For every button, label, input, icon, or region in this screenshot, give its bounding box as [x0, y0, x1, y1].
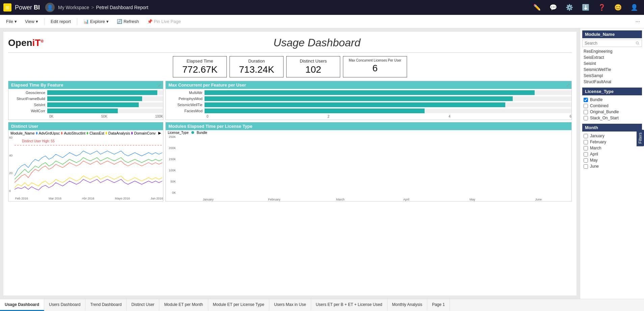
- max-concurrent-body: MultiAttr PetrophysMod Sei: [166, 89, 571, 120]
- original-bundle-checkbox[interactable]: [584, 110, 588, 114]
- pin-btn[interactable]: 📌Pin Live Page: [145, 18, 183, 25]
- smiley-icon[interactable]: 😊: [612, 2, 624, 13]
- module-seismicwelltie[interactable]: SeismicWellTie: [582, 67, 642, 73]
- tabs-row: Usage Dashboard Users Dashboard Trend Da…: [0, 299, 644, 311]
- elapsed-time-title: Elapsed Time By Feature: [8, 81, 163, 89]
- month-title: Month: [582, 124, 642, 131]
- help-icon[interactable]: ❓: [595, 2, 608, 13]
- module-seisextract[interactable]: SeisExtract: [582, 54, 642, 61]
- january-label: January: [590, 134, 605, 138]
- march-checkbox[interactable]: [584, 146, 588, 150]
- legend-dot-advgrd: [36, 132, 37, 135]
- tab-usage-dashboard[interactable]: Usage Dashboard: [0, 299, 44, 311]
- view-menu[interactable]: View ▾: [23, 18, 40, 25]
- month-may[interactable]: May: [582, 157, 642, 163]
- y-axis-labels: 60 40 20 0: [9, 136, 12, 193]
- month-march[interactable]: March: [582, 145, 642, 151]
- axis-50k: 50K: [101, 115, 107, 118]
- download-icon[interactable]: ⬇️: [579, 2, 592, 13]
- license-type-filter: License_Type Bundle Combined Original_Bu…: [582, 88, 642, 121]
- bundle-checkbox[interactable]: [584, 98, 588, 102]
- elapsed-time-chart: Elapsed Time By Feature Geoscience Struc…: [8, 81, 163, 120]
- y-50k: 50K: [166, 180, 176, 183]
- bar-fill-multiattr: [205, 90, 535, 95]
- tab-users-et[interactable]: Users ET per B + ET + License Used: [311, 299, 387, 311]
- expand-icon-elapsed[interactable]: ⤢: [158, 82, 162, 88]
- license-combined[interactable]: Combined: [582, 103, 642, 109]
- module-seisint[interactable]: SeisInt: [582, 61, 642, 67]
- filters-tab[interactable]: Filters: [637, 130, 644, 146]
- tab-users-dashboard[interactable]: Users Dashboard: [44, 299, 85, 311]
- stack-on-start-checkbox[interactable]: [584, 116, 588, 120]
- bundle-dot: [191, 131, 194, 134]
- y-40: 40: [9, 154, 12, 157]
- profile-icon[interactable]: 👤: [628, 2, 641, 13]
- tab-monthly-analysis[interactable]: Monthly Analysis: [387, 299, 427, 311]
- bar-track-petrophys: [205, 96, 571, 101]
- more-options-btn[interactable]: ···: [636, 19, 640, 25]
- module-label: Module_Name: [10, 131, 35, 135]
- dashboard-title: Usage Dashboard: [62, 37, 572, 49]
- file-menu[interactable]: File ▾: [4, 18, 19, 25]
- license-original-bundle[interactable]: Original_Bundle: [582, 109, 642, 115]
- module-structfaultanal[interactable]: StructFaultAnal: [582, 79, 642, 85]
- module-seissampl[interactable]: SeisSampl: [582, 73, 642, 79]
- june-checkbox[interactable]: [584, 164, 588, 169]
- logo-open: Open: [8, 38, 32, 48]
- tab-trend-dashboard[interactable]: Trend Dashboard: [85, 299, 127, 311]
- more-icon[interactable]: ▶: [158, 131, 161, 135]
- breadcrumb: My Workspace > Petrel Dashboard Report: [58, 5, 148, 10]
- module-name-filter: Module_Name ResEngineering SeisExtract S…: [582, 30, 642, 85]
- edit-icon[interactable]: ✏️: [531, 2, 543, 13]
- x-axis-labels: Feb 2016 Mar 2016 Abr 2016 Mayo 2016 Jun…: [15, 197, 163, 200]
- month-february[interactable]: February: [582, 139, 642, 145]
- legend-data: DataAnalysis: [108, 131, 130, 135]
- month-april[interactable]: April: [582, 151, 642, 157]
- x-mayo: Mayo 2016: [115, 197, 130, 200]
- y-100k: 100K: [166, 169, 176, 172]
- bar-label-faciesmod: FaciesMod: [166, 109, 205, 113]
- june-label: June: [590, 164, 599, 169]
- axis-c2: 2: [327, 115, 329, 118]
- edit-report-btn[interactable]: Edit report: [49, 18, 73, 25]
- apps-icon[interactable]: ⊞: [3, 3, 11, 11]
- january-checkbox[interactable]: [584, 134, 588, 138]
- tab-page1[interactable]: Page 1: [427, 299, 450, 311]
- axis-c6: 6: [569, 115, 571, 118]
- workspace-label[interactable]: My Workspace: [58, 5, 89, 10]
- legend-domain: DomainConv: [134, 131, 156, 135]
- february-label: February: [590, 140, 606, 144]
- tab-users-max-in-use[interactable]: Users Max in Use: [269, 299, 311, 311]
- april-checkbox[interactable]: [584, 152, 588, 157]
- explore-btn[interactable]: 📊Explore▾: [81, 18, 111, 25]
- logo-area: OpeniT®: [8, 38, 62, 48]
- license-bundle[interactable]: Bundle: [582, 97, 642, 103]
- tab-module-et-license[interactable]: Module ET per License Type: [208, 299, 269, 311]
- vbar-y-labels: 250K 200K 150K 100K 50K 0K: [166, 135, 176, 194]
- module-search-input[interactable]: [582, 40, 642, 47]
- settings-icon[interactable]: ⚙️: [563, 2, 576, 13]
- month-june[interactable]: June: [582, 163, 642, 169]
- legend-dot-data: [106, 132, 107, 135]
- x-feb: Feb 2016: [15, 197, 28, 200]
- license-stack-on-start[interactable]: Stack_On_Start: [582, 115, 642, 121]
- module-resengineering[interactable]: ResEngineering: [582, 48, 642, 54]
- tab-distinct-user[interactable]: Distinct User: [127, 299, 159, 311]
- bar-row-seisint: SeisInt: [8, 102, 163, 107]
- user-avatar[interactable]: 👤: [45, 3, 55, 12]
- month-january[interactable]: January: [582, 133, 642, 139]
- tab-module-et-per-month[interactable]: Module ET per Month: [159, 299, 208, 311]
- refresh-btn[interactable]: 🔄Refresh: [115, 18, 141, 25]
- bar-fill-seisint: [47, 102, 139, 107]
- comment-icon[interactable]: 💬: [547, 2, 560, 13]
- month-filter: Month January February March April May: [582, 124, 642, 169]
- combined-checkbox[interactable]: [584, 104, 588, 108]
- may-checkbox[interactable]: [584, 158, 588, 163]
- x-may: May: [441, 198, 504, 201]
- kpi-duration-value: 713.24K: [235, 64, 278, 75]
- bar-track-seisint: [47, 102, 163, 107]
- bar-label-seismicwelltie: SeismicWellTie: [166, 103, 205, 107]
- right-panel: Module_Name ResEngineering SeisExtract S…: [580, 28, 644, 299]
- expand-icon-concurrent[interactable]: ⤢: [566, 82, 570, 88]
- february-checkbox[interactable]: [584, 140, 588, 144]
